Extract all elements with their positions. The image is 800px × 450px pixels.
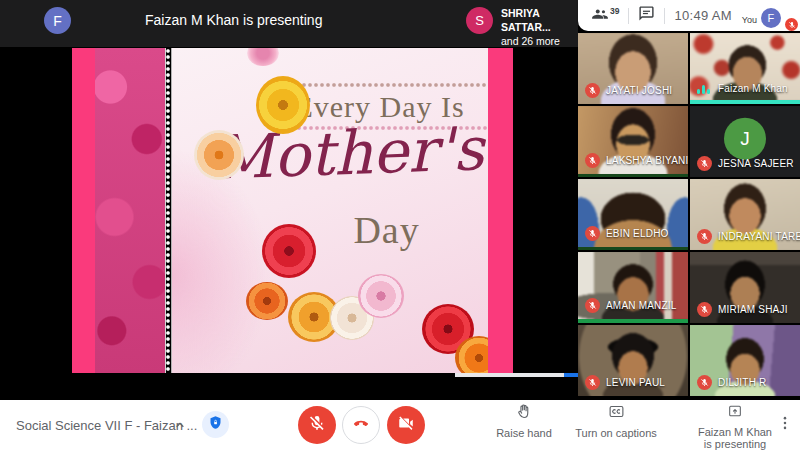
captions-icon [608, 403, 625, 424]
tile-label: DILJITH R [697, 375, 766, 390]
video-tile-lakshya-biyani[interactable]: LAKSHYA BIYANI [578, 106, 688, 177]
video-tile-jayati-joshi[interactable]: JAYATI JOSHI [578, 33, 688, 104]
participant-name: JAYATI JOSHI [606, 85, 672, 96]
participant-name: EBIN ELDHO [606, 228, 669, 239]
overflow-participant-initial: S [475, 13, 484, 28]
presenting-label-line2: is presenting [704, 438, 766, 450]
participant-name: DILJITH R [718, 377, 766, 388]
camera-toggle-button[interactable] [387, 406, 425, 444]
mic-off-icon [308, 414, 326, 436]
card-title-line3: Day [322, 208, 452, 252]
participant-name: MIRIAM SHAJI [718, 304, 788, 315]
lace-line [277, 82, 489, 88]
raise-hand-button[interactable]: Raise hand [494, 403, 554, 439]
video-tile-ebin-eldho[interactable]: EBIN ELDHO [578, 179, 688, 250]
presenting-label-line1: Faizan M Khan [698, 426, 772, 438]
mic-off-icon [585, 226, 600, 241]
overflow-participant-avatar: S [466, 7, 493, 34]
mic-off-icon [585, 298, 600, 313]
present-screen-icon [727, 403, 743, 423]
captions-button[interactable]: Turn on captions [568, 403, 664, 439]
overflow-participant-more: and 26 more [501, 34, 578, 48]
kebab-icon [776, 414, 794, 436]
mic-toggle-button[interactable] [298, 406, 336, 444]
participant-name: INDRAYANI TARE [718, 231, 800, 242]
presenter-avatar: F [44, 7, 71, 34]
slide-left-border [72, 48, 95, 373]
clock-time: 10:49 AM [674, 8, 731, 23]
participant-name: JESNA SAJEER [718, 158, 794, 169]
video-tile-aman-manzil[interactable]: AMAN MANZIL [578, 252, 688, 323]
participant-count: 39 [610, 6, 619, 16]
you-label: You [742, 15, 757, 25]
meeting-name[interactable]: Social Science VII F - Faizan ... [16, 418, 197, 433]
tile-label: JESNA SAJEER [697, 156, 794, 171]
video-tile-miriam-shaji[interactable]: MIRIAM SHAJI [690, 252, 800, 323]
google-meet-window: F Faizan M Khan is presenting S SHRIYA S… [0, 0, 800, 450]
mic-off-icon [697, 375, 712, 390]
video-tile-levin-paul[interactable]: LEVIN PAUL [578, 325, 688, 396]
more-options-button[interactable] [773, 413, 797, 437]
divider [628, 8, 629, 24]
divider [664, 8, 665, 24]
mic-off-icon [585, 83, 600, 98]
overflow-participant-name: SHRIYA SATTAR... [501, 6, 578, 34]
raise-hand-label: Raise hand [496, 427, 552, 439]
video-tile-jesna-sajeer[interactable]: J JESNA SAJEER [690, 106, 800, 177]
meeting-safety-button[interactable] [202, 411, 229, 438]
rose-red-mid [262, 224, 316, 278]
you-avatar-initial: F [768, 12, 775, 24]
rose-orange-small [246, 282, 288, 320]
chevron-up-icon[interactable] [172, 417, 188, 433]
rose-yellow [256, 76, 310, 134]
camera-off-icon [397, 414, 415, 436]
leave-call-button[interactable] [342, 406, 380, 444]
tile-label: JAYATI JOSHI [585, 83, 672, 98]
chat-button[interactable] [638, 5, 655, 26]
video-tile-diljith-r[interactable]: DILJITH R [690, 325, 800, 396]
video-tile-indrayani-tare[interactable]: INDRAYANI TARE [690, 179, 800, 250]
overflow-participant-text: SHRIYA SATTAR... and 26 more [501, 6, 578, 48]
status-panel: 39 10:49 AM You F [578, 0, 800, 31]
tile-label: Faizan M Khan [697, 83, 788, 94]
tile-label: MIRIAM SHAJI [697, 302, 788, 317]
shield-lock-icon [208, 415, 223, 434]
top-bar: F Faizan M Khan is presenting S SHRIYA S… [0, 0, 578, 47]
participant-name: LEVIN PAUL [606, 377, 665, 388]
tile-label: AMAN MANZIL [585, 298, 677, 313]
presenting-button[interactable]: Faizan M Khan is presenting [692, 403, 778, 450]
chat-icon [638, 5, 655, 26]
you-mic-off-badge [785, 18, 798, 31]
slide-right-border [488, 48, 513, 373]
mic-off-icon [585, 153, 600, 168]
mic-off-icon [585, 375, 600, 390]
end-call-icon [351, 413, 371, 437]
people-icon [591, 5, 609, 27]
rose-pink-bottom [358, 274, 404, 318]
tile-label: INDRAYANI TARE [697, 229, 800, 244]
tile-label: EBIN ELDHO [585, 226, 669, 241]
scrollbar-thumb[interactable] [564, 373, 578, 377]
presenter-avatar-initial: F [53, 13, 62, 29]
rose-texture-strip [95, 48, 165, 373]
you-avatar[interactable]: F [761, 8, 781, 28]
participant-grid: JAYATI JOSHI Faizan M Khan LAKSHYA BIYAN… [578, 33, 800, 396]
participant-avatar: J [724, 117, 766, 159]
participant-name: Faizan M Khan [718, 83, 788, 94]
participant-name: LAKSHYA BIYANI [606, 155, 688, 166]
rose-pink-top [247, 48, 279, 66]
mic-off-icon [697, 302, 712, 317]
card-title-line2: Mother's [210, 113, 482, 192]
tile-label: LEVIN PAUL [585, 375, 665, 390]
mic-off-icon [697, 229, 712, 244]
horizontal-scrollbar[interactable] [455, 373, 578, 377]
participant-name: AMAN MANZIL [606, 300, 677, 311]
video-tile-faizan-m-khan[interactable]: Faizan M Khan [690, 33, 800, 104]
presenter-status-text: Faizan M Khan is presenting [145, 12, 322, 28]
participants-button[interactable]: 39 [591, 5, 619, 27]
presented-slide: Every Day Is Mother's Day [72, 48, 513, 373]
captions-label: Turn on captions [575, 427, 657, 439]
rose-peach [194, 130, 244, 180]
participant-avatar-initial: J [740, 127, 750, 149]
mic-off-icon [697, 156, 712, 171]
